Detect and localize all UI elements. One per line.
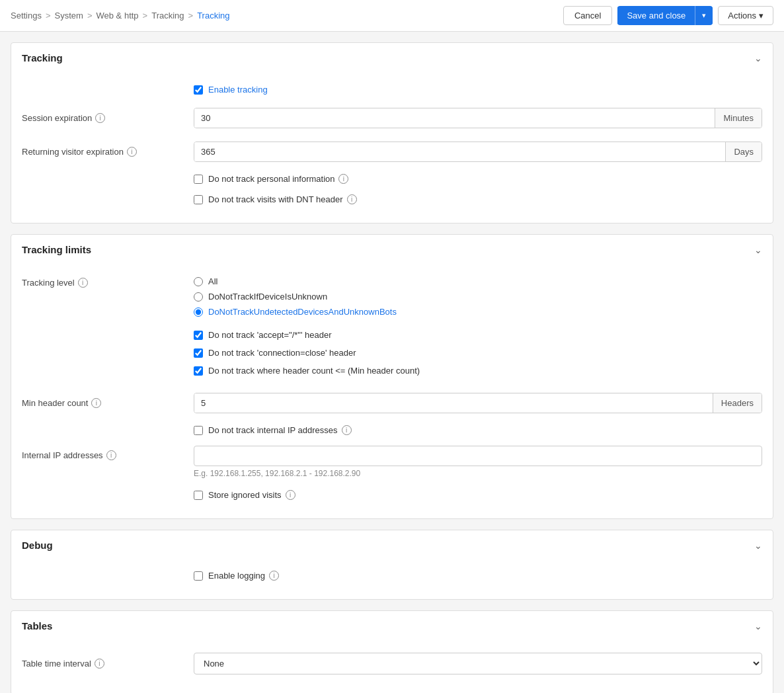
do-not-track-personal-info-icon[interactable]: i [338,174,348,184]
tracking-limits-section: Tracking limits ⌄ Tracking level i All [11,234,773,519]
accept-star-label[interactable]: Do not track 'accept="/*"' header [208,330,332,340]
tracking-level-radio-group: All DoNotTrackIfDeviceIsUnknown DoNotTra… [194,276,762,317]
internal-ip-input[interactable] [194,446,762,466]
radio-all[interactable] [194,277,203,286]
session-expiration-label: Session expiration i [22,113,194,123]
returning-visitor-info-icon[interactable]: i [127,147,137,157]
table-time-interval-control: None Hour Day Week Month [194,653,762,674]
session-expiration-input-group: Minutes [194,108,762,128]
returning-visitor-row: Returning visitor expiration i Days [22,135,762,169]
header-count-row: Do not track where header count <= (Min … [194,362,762,380]
tracking-level-control: All DoNotTrackIfDeviceIsUnknown DoNotTra… [194,276,762,380]
returning-visitor-input[interactable] [194,142,725,161]
do-not-track-personal-checkbox[interactable] [194,175,203,184]
do-not-track-internal-label[interactable]: Do not track internal IP addresses i [208,425,352,435]
tracking-section: Tracking ⌄ Enable tracking Session expir… [11,42,773,224]
internal-ip-row: Internal IP addresses i E.g. 192.168.1.2… [22,440,762,485]
table-time-interval-label: Table time interval i [22,659,194,669]
store-ignored-label[interactable]: Store ignored visits i [208,490,295,500]
cancel-button[interactable]: Cancel [563,6,612,25]
internal-ip-label: Internal IP addresses i [22,446,194,460]
min-header-count-input[interactable] [194,393,713,413]
internal-ip-info-icon[interactable]: i [106,450,116,460]
actions-arrow-icon: ▾ [759,11,764,20]
do-not-track-personal-label[interactable]: Do not track personal information i [208,174,348,184]
radio-donottrackuntected[interactable] [194,307,203,317]
enable-logging-info-icon[interactable]: i [269,571,279,581]
radio-donottrackuntected-row: DoNotTrackUndetectedDevicesAndUnknownBot… [194,307,762,317]
store-ignored-row: Store ignored visits i [22,485,762,505]
breadcrumb-settings[interactable]: Settings [11,11,42,20]
sep4: > [188,11,194,20]
radio-donottrackifdeviceisunknown[interactable] [194,292,203,302]
tracking-level-row: Tracking level i All DoNotTrackIfDeviceI… [22,270,762,386]
internal-ip-control: E.g. 192.168.1.255, 192.168.2.1 - 192.16… [194,446,762,478]
page-content: Tracking ⌄ Enable tracking Session expir… [0,32,784,693]
do-not-track-dnt-row: Do not track visits with DNT header i [22,189,762,210]
session-expiration-input[interactable] [194,108,715,128]
radio-donottrackuntected-label[interactable]: DoNotTrackUndetectedDevicesAndUnknownBot… [208,307,397,317]
enable-logging-label[interactable]: Enable logging i [208,571,279,581]
connection-close-label[interactable]: Do not track 'connection=close' header [208,348,356,358]
debug-section: Debug ⌄ Enable logging i [11,530,773,600]
min-header-count-unit: Headers [713,393,762,413]
min-header-count-row: Min header count i Headers [22,386,762,420]
connection-close-checkbox[interactable] [194,348,203,358]
enable-logging-checkbox[interactable] [194,571,203,581]
internal-ip-hint: E.g. 192.168.1.255, 192.168.2.1 - 192.16… [194,469,762,478]
tracking-chevron-icon: ⌄ [754,53,762,63]
session-expiration-info-icon[interactable]: i [95,113,105,123]
tables-section-body: Table time interval i None Hour Day Week… [11,641,773,693]
enable-logging-row: Enable logging i [22,565,762,586]
tables-section-header[interactable]: Tables ⌄ [11,611,773,641]
min-header-count-info-icon[interactable]: i [91,398,101,408]
radio-all-row: All [194,276,762,286]
header-count-label[interactable]: Do not track where header count <= (Min … [208,366,420,376]
tracking-limits-section-header[interactable]: Tracking limits ⌄ [11,235,773,265]
breadcrumb-system[interactable]: System [55,11,83,20]
do-not-track-personal-row: Do not track personal information i [22,169,762,189]
debug-section-title: Debug [22,540,53,551]
connection-close-row: Do not track 'connection=close' header [194,344,762,362]
do-not-track-internal-info-icon[interactable]: i [342,425,352,435]
do-not-track-dnt-info-icon[interactable]: i [347,194,357,204]
store-ignored-checkbox[interactable] [194,491,203,500]
do-not-track-internal-checkbox[interactable] [194,426,203,435]
sep2: > [87,11,93,20]
do-not-track-dnt-checkbox[interactable] [194,195,203,204]
breadcrumb-tracking-parent[interactable]: Tracking [151,11,184,20]
actions-button[interactable]: Actions ▾ [718,6,773,25]
store-ignored-info-icon[interactable]: i [286,490,295,500]
enable-tracking-checkbox[interactable] [194,85,203,95]
tracking-limits-section-body: Tracking level i All DoNotTrackIfDeviceI… [11,265,773,518]
tracking-level-info-icon[interactable]: i [78,278,88,288]
header-count-checkbox[interactable] [194,366,203,376]
table-time-interval-info-icon[interactable]: i [95,659,104,669]
returning-visitor-input-group: Days [194,142,762,162]
radio-dntrackifunknown-row: DoNotTrackIfDeviceIsUnknown [194,292,762,302]
sep1: > [46,11,51,20]
save-and-close-button[interactable]: Save and close [617,7,695,24]
breadcrumb-webhttp[interactable]: Web & http [97,11,139,20]
radio-donottrackifdeviceisunknown-label[interactable]: DoNotTrackIfDeviceIsUnknown [208,292,327,302]
tracking-section-header[interactable]: Tracking ⌄ [11,43,773,73]
tracking-level-label: Tracking level i [22,276,194,288]
table-time-interval-select[interactable]: None Hour Day Week Month [194,653,762,674]
save-and-close-dropdown-button[interactable]: ▾ [695,7,713,24]
table-time-interval-row: Table time interval i None Hour Day Week… [22,646,762,681]
tables-section-title: Tables [22,620,52,632]
save-and-close-group: Save and close ▾ [617,6,713,25]
tracking-checkboxes: Do not track 'accept="/*"' header Do not… [194,326,762,380]
sep3: > [143,11,148,20]
radio-all-label[interactable]: All [208,276,217,286]
tables-section: Tables ⌄ Table time interval i None Hour… [11,610,773,693]
enable-tracking-label[interactable]: Enable tracking [208,85,268,95]
debug-section-body: Enable logging i [11,560,773,599]
returning-visitor-unit: Days [725,142,762,161]
tracking-section-body: Enable tracking Session expiration i Min… [11,73,773,223]
breadcrumb-tracking-current: Tracking [197,11,229,20]
accept-star-checkbox[interactable] [194,331,203,340]
do-not-track-dnt-label[interactable]: Do not track visits with DNT header i [208,194,357,204]
debug-section-header[interactable]: Debug ⌄ [11,530,773,560]
breadcrumb: Settings > System > Web & http > Trackin… [11,11,230,20]
